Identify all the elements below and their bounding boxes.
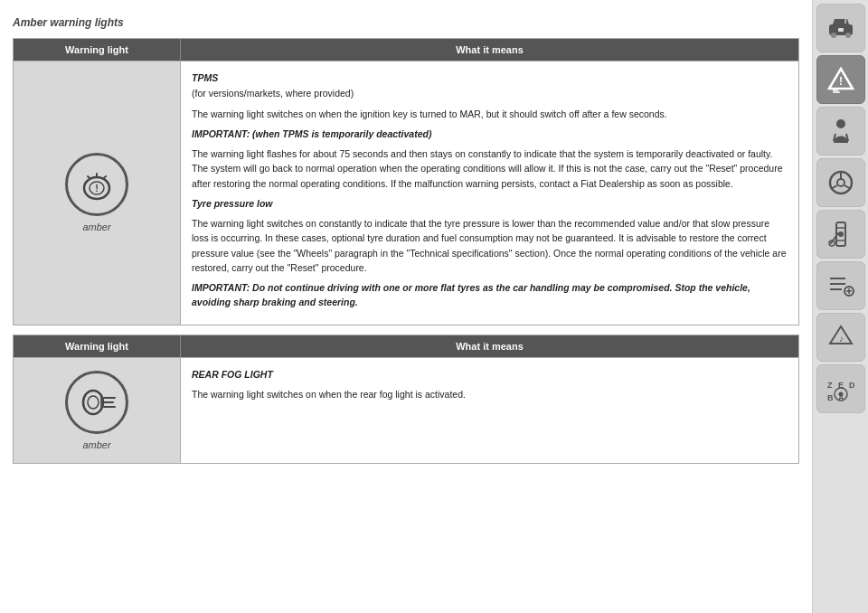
- svg-point-6: [83, 391, 103, 414]
- svg-point-7: [88, 396, 99, 409]
- sidebar-item-media[interactable]: ♪: [816, 313, 865, 362]
- foglight-text1: The warning light switches on when the r…: [192, 387, 788, 401]
- foglight-header-row: Warning light What it means: [14, 335, 798, 357]
- svg-text:!: !: [95, 183, 99, 193]
- svg-point-49: [838, 392, 843, 397]
- tpms-text2: The warning light flashes for about 75 s…: [192, 146, 788, 191]
- svg-line-4: [88, 176, 90, 179]
- tpms-subsection1: (for versions/markets, where provided): [192, 88, 354, 99]
- svg-point-33: [838, 231, 844, 237]
- tpms-body-row: ! amber TPMS (for versions/markets, wher…: [14, 61, 798, 325]
- svg-text:Z: Z: [827, 381, 833, 390]
- svg-rect-16: [838, 28, 844, 32]
- tpms-header-row: Warning light What it means: [14, 39, 798, 61]
- svg-text:B: B: [827, 393, 834, 402]
- tpms-text1: The warning light switches on when the i…: [192, 107, 788, 121]
- warning-envelope-icon: !: [827, 67, 854, 92]
- foglight-header-col2: What it means: [181, 335, 798, 357]
- foglight-body-row: amber REAR FOG LIGHT The warning light s…: [14, 357, 798, 463]
- sidebar-item-warning[interactable]: !: [816, 55, 865, 104]
- tpms-subsection3: Tyre pressure low: [192, 196, 788, 211]
- sidebar-item-list[interactable]: [816, 261, 865, 310]
- svg-text:i: i: [844, 17, 846, 25]
- steering-icon: [827, 169, 854, 196]
- foglight-table: Warning light What it means: [13, 335, 799, 464]
- foglight-icon-cell: amber: [14, 358, 181, 463]
- svg-point-14: [831, 33, 836, 38]
- sidebar-item-person[interactable]: [816, 107, 865, 156]
- tpms-section-title: TPMS: [192, 71, 788, 85]
- alphabet-icon: Z B E A D: [826, 375, 856, 402]
- sidebar-item-index[interactable]: Z B E A D: [816, 364, 865, 413]
- svg-text:!: !: [839, 75, 843, 88]
- sidebar-item-car-info[interactable]: i: [816, 4, 865, 52]
- tpms-icon-label: amber: [82, 222, 110, 232]
- tools-icon: [827, 221, 854, 248]
- sidebar: i !: [812, 0, 868, 613]
- svg-point-22: [836, 119, 845, 128]
- svg-point-15: [845, 33, 851, 38]
- tpms-important: IMPORTANT: Do not continue driving with …: [192, 280, 788, 310]
- foglight-section-title: REAR FOG LIGHT: [192, 367, 788, 382]
- foglight-icon-label: amber: [82, 439, 110, 450]
- tpms-header-col1: Warning light: [14, 39, 181, 61]
- svg-marker-13: [833, 19, 849, 24]
- svg-text:D: D: [849, 381, 855, 390]
- page-title: Amber warning lights: [13, 16, 799, 29]
- svg-line-5: [103, 176, 106, 179]
- sidebar-item-steering[interactable]: [816, 158, 865, 207]
- tpms-subsection2: IMPORTANT: (when TPMS is temporarily dea…: [192, 127, 788, 141]
- foglight-svg-icon: [77, 385, 117, 420]
- foglight-header-col1: Warning light: [14, 335, 181, 357]
- main-content: Amber warning lights Warning light What …: [0, 0, 812, 613]
- sidebar-item-tools[interactable]: [816, 210, 865, 259]
- tpms-icon-cell: ! amber: [14, 61, 181, 325]
- foglight-description-cell: REAR FOG LIGHT The warning light switche…: [181, 358, 798, 463]
- tpms-description-cell: TPMS (for versions/markets, where provid…: [181, 61, 798, 325]
- tpms-text3: The warning light switches on constantly…: [192, 216, 788, 275]
- tpms-svg-icon: !: [78, 165, 116, 203]
- foglight-icon-circle: [65, 371, 128, 434]
- media-nav-icon: ♪: [827, 324, 854, 351]
- car-icon: i: [826, 15, 855, 41]
- list-settings-icon: [827, 273, 854, 298]
- svg-text:♪: ♪: [839, 334, 844, 344]
- person-icon: [829, 118, 853, 145]
- tpms-table: Warning light What it means !: [13, 38, 799, 325]
- tpms-header-col2: What it means: [181, 39, 798, 61]
- svg-point-26: [837, 179, 844, 186]
- tpms-icon-circle: !: [65, 153, 128, 216]
